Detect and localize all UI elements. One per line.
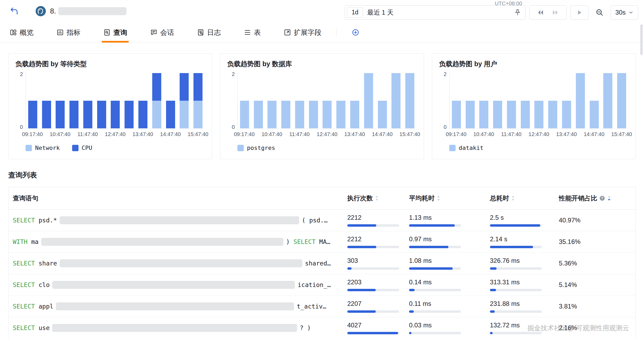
bar [336, 101, 345, 128]
column-header-total-time[interactable]: 总耗时 [490, 194, 559, 202]
query-cell[interactable]: SELECT shareshared… [13, 259, 347, 267]
tab-session[interactable]: 会话 [150, 22, 174, 43]
bar [548, 101, 557, 128]
plus-circle-icon [352, 28, 360, 36]
bar-slot [615, 73, 629, 128]
skip-forward-icon [551, 9, 559, 16]
play-icon [575, 9, 583, 16]
pin-button[interactable] [514, 9, 522, 16]
bar-slot [191, 73, 205, 128]
legend-item[interactable]: CPU [72, 145, 92, 151]
bar-slot [122, 101, 136, 128]
instance-title-prefix: 8. [50, 7, 56, 15]
sort-icon[interactable] [437, 195, 440, 201]
bar [83, 101, 92, 128]
table-row[interactable]: SELECT applt_activ… 2207 0.11 ms 231.88 … [9, 296, 635, 317]
time-range-label[interactable]: 最近 1 天 [367, 8, 394, 17]
sql-text: ? ) [300, 324, 311, 331]
back-button[interactable] [8, 5, 20, 17]
refresh-interval-dropdown[interactable]: 30s [611, 5, 638, 20]
tab-query[interactable]: 查询 [103, 22, 127, 43]
bar [603, 73, 612, 128]
bar [590, 101, 599, 128]
table-row[interactable]: SELECT cloication_… 2203 0.14 ms 313.31 … [9, 274, 635, 296]
tab-logs[interactable]: 日志 [197, 22, 221, 43]
bar-slot [587, 101, 601, 128]
table-row[interactable]: SELECT psd.*( psd.… 2212 1.13 ms 2.5 s 4… [9, 210, 635, 231]
tab-extended-fields[interactable]: 扩展字段 [284, 22, 321, 43]
column-header-exec-count[interactable]: 执行次数 [347, 194, 409, 202]
step-backward-button[interactable] [536, 9, 544, 16]
avg-bar-fill [409, 310, 414, 313]
legend-item[interactable]: postgres [237, 145, 275, 151]
sort-icon-active-desc[interactable] [607, 195, 611, 201]
legend-swatch [449, 145, 456, 151]
exec-progress [347, 224, 399, 227]
tab-tables[interactable]: 表 [244, 22, 261, 43]
total-value: 326.76 ms [490, 257, 559, 264]
tab-overview[interactable]: 概览 [10, 22, 34, 43]
tab-label: 指标 [67, 28, 80, 37]
exec-cell: 2203 [347, 278, 409, 291]
avg-value: 0.11 ms [409, 300, 490, 307]
legend-swatch [26, 145, 32, 151]
avg-value: 1.13 ms [409, 214, 490, 221]
bar [350, 101, 359, 128]
column-header-avg-time[interactable]: 平均耗时 [409, 194, 490, 202]
table-row[interactable]: SELECT shareshared… 303 1.08 ms 326.76 m… [9, 253, 635, 274]
bar-segment-datakit [534, 101, 543, 128]
total-value: 2.5 s [490, 214, 559, 221]
bar [507, 101, 516, 128]
step-forward-button[interactable] [551, 9, 559, 16]
time-step-buttons [529, 5, 567, 20]
bar-segment-postgres [391, 73, 401, 128]
column-header-overhead-ratio[interactable]: 性能开销占比 ? [559, 194, 631, 202]
table-row[interactable]: WITH ma) SELECT MA… 2212 0.97 ms 2.14 s … [9, 231, 635, 253]
query-cell[interactable]: SELECT use? ) [13, 324, 347, 332]
bar-segment-CPU [28, 101, 37, 128]
table-row[interactable]: SELECT use? ) 4027 0.03 ms 132.72 ms 2.1… [9, 317, 635, 338]
avg-bar-fill [409, 332, 411, 334]
time-range-picker[interactable]: 1d 最近 1 天 [345, 5, 526, 20]
sort-icon[interactable] [375, 195, 379, 201]
bar-slot [95, 101, 109, 128]
play-button[interactable] [570, 5, 588, 20]
chart-body: 2 0 09:17:4010:47:4011:47:4012:47:4013:4… [439, 73, 629, 138]
chart-y-axis: 2 0 [227, 73, 237, 128]
top-bar: 8. UTC+08:00 1d 最近 1 天 [0, 0, 644, 22]
legend-label: Network [35, 145, 60, 151]
bar [617, 73, 626, 128]
zoom-out-button[interactable] [592, 5, 607, 20]
legend-item[interactable]: datakit [449, 145, 484, 151]
bar [111, 101, 120, 128]
legend-item[interactable]: Network [26, 145, 60, 151]
exec-cell: 303 [347, 257, 409, 270]
tab-metrics[interactable]: 指标 [56, 22, 80, 43]
chart-x-ticks: 09:17:4010:47:4011:47:4012:47:4013:47:40… [26, 131, 205, 138]
sql-keyword: WITH [13, 238, 27, 245]
y-min-label: 0 [232, 124, 235, 130]
bar-segment-datakit [576, 73, 585, 128]
query-cell[interactable]: SELECT cloication_… [13, 281, 347, 289]
add-tab-button[interactable] [352, 22, 360, 43]
query-cell[interactable]: SELECT psd.*( psd.… [13, 216, 347, 224]
chart-legend: postgres [237, 145, 417, 151]
back-icon [10, 7, 19, 16]
query-cell[interactable]: SELECT applt_activ… [13, 302, 347, 310]
charts-row: 负载趋势图 by 等待类型 2 0 09:17:4010:47:4011:47:… [8, 53, 636, 159]
bar-segment-Network [193, 101, 203, 128]
avg-progress [409, 267, 461, 270]
help-icon[interactable]: ? [599, 195, 605, 201]
bar [562, 101, 571, 128]
bar-slot [532, 101, 546, 128]
query-cell[interactable]: WITH ma) SELECT MA… [13, 238, 347, 246]
bar-slot [293, 101, 307, 128]
bar-slot [320, 101, 334, 128]
bar [364, 73, 373, 128]
sort-icon[interactable] [511, 195, 515, 201]
time-range-short[interactable]: 1d [347, 7, 363, 18]
tab-divider [336, 28, 337, 37]
bar-slot [109, 101, 122, 128]
sql-text: ) [286, 238, 294, 245]
scrollbar-thumb[interactable] [640, 24, 643, 55]
